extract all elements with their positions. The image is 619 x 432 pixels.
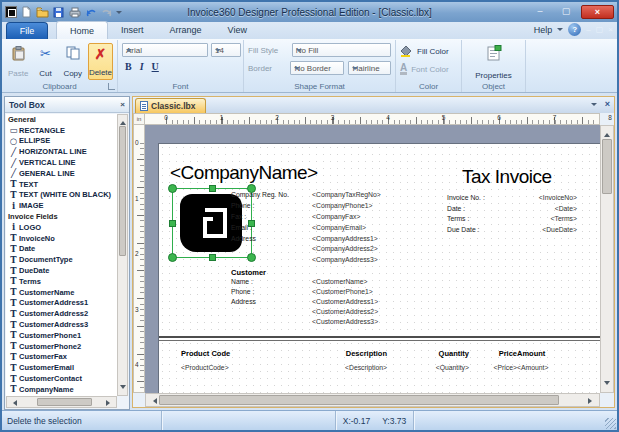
file-menu-button[interactable]: File: [6, 22, 48, 39]
field-value[interactable]: <CustomerAddress2>: [312, 308, 378, 318]
column-header[interactable]: Price: [469, 349, 517, 358]
document-tab[interactable]: Classic.lbx: [135, 98, 206, 113]
field-value[interactable]: <CompanyTaxRegNo>: [312, 191, 381, 202]
field-label[interactable]: Name :: [231, 278, 312, 288]
redo-icon[interactable]: [100, 6, 113, 19]
field-value[interactable]: <CustomerName>: [312, 278, 368, 288]
selection-handle[interactable]: [209, 254, 216, 261]
table-cell[interactable]: <Amount>: [517, 364, 582, 371]
field-row[interactable]: <CustomerAddress3>: [231, 318, 378, 328]
mdi-restore-icon[interactable]: ▢: [596, 25, 604, 35]
scroll-up-icon[interactable]: [120, 118, 126, 125]
bold-button[interactable]: B: [125, 61, 132, 72]
invoice-title-text-object[interactable]: Tax Invoice: [462, 166, 552, 188]
field-label[interactable]: [231, 308, 312, 318]
field-value[interactable]: <CompanyAddress3>: [312, 256, 378, 267]
company-name-text-object[interactable]: <CompanyName>: [170, 162, 318, 184]
field-row[interactable]: <CustomerAddress2>: [231, 308, 378, 318]
delete-button[interactable]: ✗ Delete: [88, 43, 113, 80]
field-row[interactable]: Address <CompanyAddress1>: [231, 235, 381, 246]
field-label[interactable]: [231, 245, 312, 256]
app-icon[interactable]: [5, 6, 17, 18]
scrollbar-thumb[interactable]: [119, 126, 126, 256]
field-row[interactable]: Phone : <CompanyPhone1>: [231, 202, 381, 213]
clipboard-dialog-launcher-icon[interactable]: [108, 83, 115, 90]
tab-list-dropdown-icon[interactable]: [591, 103, 597, 109]
field-value[interactable]: <Terms>: [551, 215, 577, 226]
properties-button[interactable]: Properties: [466, 43, 521, 82]
font-family-select[interactable]: Arial: [122, 43, 208, 57]
toolbox-item[interactable]: T TEXT: [6, 179, 117, 190]
italic-button[interactable]: I: [140, 61, 144, 72]
toolbox-item[interactable]: General: [6, 114, 117, 125]
scrollbar-thumb[interactable]: [37, 398, 92, 406]
toolbox-item[interactable]: T InvoiceNo: [6, 233, 117, 244]
font-size-select[interactable]: 14: [211, 43, 241, 57]
field-row[interactable]: <CompanyAddress2>: [231, 245, 381, 256]
new-document-icon[interactable]: [20, 6, 33, 19]
tab-home[interactable]: Home: [56, 21, 108, 39]
toolbox-item[interactable]: T Date: [6, 244, 117, 255]
border-width-select[interactable]: Hairline: [348, 61, 391, 75]
toolbox-item[interactable]: ○ ELLIPSE: [6, 136, 117, 147]
toolbox-item[interactable]: T CustomerAddress2: [6, 308, 117, 319]
column-header[interactable]: Product Code: [181, 349, 239, 358]
field-value[interactable]: <Date>: [555, 205, 577, 216]
scroll-down-icon[interactable]: [120, 385, 126, 392]
field-label[interactable]: Address: [231, 235, 312, 246]
field-row[interactable]: <CompanyAddress3>: [231, 256, 381, 267]
fill-color-button[interactable]: Fill Color: [400, 45, 457, 57]
resize-grip[interactable]: [605, 418, 616, 429]
field-label[interactable]: Invoice No. :: [447, 194, 485, 205]
toolbox-item[interactable]: T CustomerPhone1: [6, 330, 117, 341]
close-button[interactable]: ×: [581, 5, 614, 19]
toolbox-item[interactable]: ▭ RECTANGLE: [6, 125, 117, 136]
paste-button[interactable]: Paste: [6, 43, 30, 80]
column-header[interactable]: Amount: [517, 349, 582, 358]
mdi-minimize-icon[interactable]: –: [586, 25, 590, 35]
field-label[interactable]: Due Date :: [447, 226, 480, 237]
field-label[interactable]: Terms :: [447, 215, 469, 226]
document-close-icon[interactable]: ×: [605, 100, 610, 109]
help-dropdown-icon[interactable]: [557, 28, 563, 34]
minimize-button[interactable]: –: [529, 5, 551, 19]
field-label[interactable]: [231, 256, 312, 267]
field-row[interactable]: Terms : <Terms>: [447, 215, 577, 226]
column-header[interactable]: Description: [239, 349, 387, 358]
toolbox-item[interactable]: T CustomerContact: [6, 373, 117, 384]
toolbox-item[interactable]: i LOGO: [6, 222, 117, 233]
field-row[interactable]: Due Date : <DueDate>: [447, 226, 577, 237]
table-cell[interactable]: <ProductCode>: [181, 364, 239, 371]
cut-button[interactable]: ✂ Cut: [33, 43, 57, 80]
field-label[interactable]: [231, 318, 312, 328]
field-row[interactable]: Phone : <CustomerPhone1>: [231, 288, 378, 298]
scroll-down-icon[interactable]: [604, 381, 610, 388]
toolbox-item[interactable]: T CustomerPhone2: [6, 341, 117, 352]
customer-section-header[interactable]: Customer: [231, 268, 266, 277]
toolbox-item[interactable]: i IMAGE: [6, 200, 117, 211]
toolbox-item[interactable]: T DueDate: [6, 265, 117, 276]
maximize-button[interactable]: ▢: [555, 5, 577, 19]
font-color-button[interactable]: A Font Color: [400, 63, 457, 75]
help-menu[interactable]: Help: [534, 25, 553, 35]
quick-access-dropdown-icon[interactable]: [116, 11, 122, 17]
toolbox-item[interactable]: ╱ HORIZONTAL LINE: [6, 146, 117, 157]
tab-insert[interactable]: Insert: [108, 21, 157, 39]
toolbox-item[interactable]: T CustomerAddress3: [6, 319, 117, 330]
field-value[interactable]: <CustomerAddress1>: [312, 298, 378, 308]
toolbox-close-icon[interactable]: ×: [120, 100, 125, 109]
field-value[interactable]: <CompanyFax>: [312, 213, 360, 224]
toolbox-item[interactable]: T Terms: [6, 276, 117, 287]
toolbox-item[interactable]: T CustomerName: [6, 287, 117, 298]
field-value[interactable]: <CompanyEmail>: [312, 224, 366, 235]
selection-handle[interactable]: [168, 184, 177, 193]
help-icon[interactable]: ?: [568, 23, 581, 36]
field-value[interactable]: <CompanyAddress1>: [312, 235, 378, 246]
toolbox-item[interactable]: T CustomerFax: [6, 352, 117, 363]
canvas-horizontal-scrollbar[interactable]: [145, 393, 600, 407]
canvas-vertical-scrollbar[interactable]: [600, 125, 614, 393]
field-value[interactable]: <CompanyPhone1>: [312, 202, 372, 213]
scrollbar-thumb[interactable]: [159, 395, 559, 405]
field-label[interactable]: Company Reg. No.: [231, 191, 312, 202]
toolbox-item[interactable]: T TEXT (WHITE ON BLACK): [6, 190, 117, 201]
